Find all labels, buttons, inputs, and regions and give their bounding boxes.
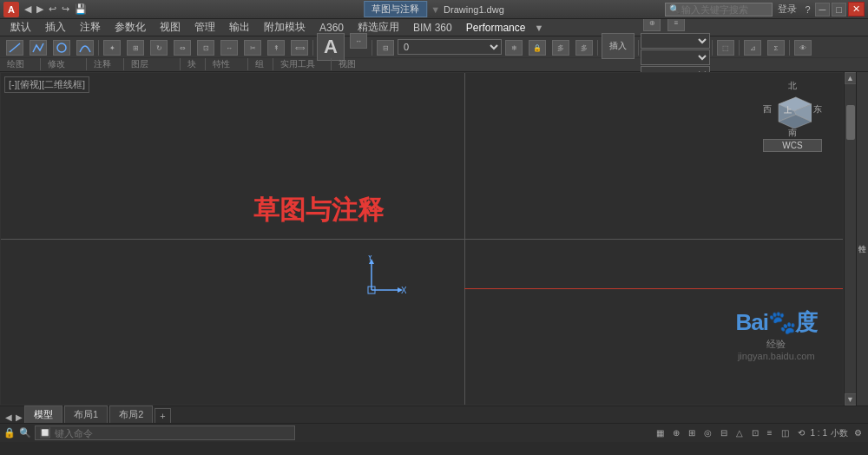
ortho-button[interactable]: ⊞: [686, 427, 698, 439]
wcs-label[interactable]: WCS: [763, 139, 822, 152]
polar-button[interactable]: ◎: [701, 427, 714, 439]
crosshair-horizontal: [1, 239, 843, 240]
scroll-up-button[interactable]: ▲: [845, 72, 857, 84]
scroll-thumb[interactable]: [846, 105, 855, 140]
nav-back-button[interactable]: ◀: [23, 3, 33, 15]
axis-indicator: Y X: [354, 255, 406, 301]
watermark-brand: Bai: [736, 309, 768, 335]
otrack-button[interactable]: △: [733, 427, 746, 439]
minimize-button[interactable]: ─: [815, 3, 831, 16]
menu-performance[interactable]: Performance: [459, 20, 533, 36]
insert-button[interactable]: 插入: [600, 32, 636, 63]
viewcube[interactable]: 北 南 东 西 上 WCS: [763, 80, 822, 152]
polyline-button[interactable]: [27, 39, 49, 56]
tab-bar: ◀ ▶ 模型 布局1 布局2 +: [0, 406, 868, 423]
measure-button[interactable]: ⊿: [741, 39, 764, 56]
menu-output[interactable]: 输出: [222, 18, 257, 36]
transparency-button[interactable]: ◫: [779, 427, 792, 439]
search-box[interactable]: 🔍: [665, 3, 773, 16]
vertical-scrollbar[interactable]: ▲ ▼: [844, 72, 856, 406]
menu-bim360[interactable]: BIM 360: [406, 20, 459, 36]
save-button[interactable]: 💾: [73, 3, 89, 15]
layer-props-button[interactable]: ⊟: [374, 39, 397, 56]
mirror-button[interactable]: ⇔: [171, 39, 194, 56]
circle-button[interactable]: [50, 39, 73, 56]
menu-default[interactable]: 默认: [3, 18, 38, 36]
rotate-button[interactable]: ↻: [148, 39, 170, 56]
layer-freeze-button[interactable]: ❄: [503, 39, 525, 56]
app-logo: A: [3, 2, 19, 17]
group-button[interactable]: ⬚: [714, 39, 737, 56]
lineweight-button[interactable]: ≡: [765, 427, 775, 439]
grid-button[interactable]: ▦: [654, 427, 667, 439]
extend-button[interactable]: ↟: [265, 39, 287, 56]
status-lock-button[interactable]: 🔒: [3, 427, 16, 439]
section-label-props: 特性: [206, 58, 248, 70]
offset-button[interactable]: ⟺: [288, 39, 311, 56]
modify-icons: ✦ ⊞ ↻ ⇔ ⊡ ↔ ✂ ↟ ⟺: [101, 39, 311, 56]
status-search-button[interactable]: 🔍: [19, 427, 31, 439]
menu-expand-button[interactable]: ▼: [534, 23, 543, 33]
restore-button[interactable]: □: [832, 3, 846, 16]
undo-button[interactable]: ↩: [47, 3, 58, 15]
tab-scroll-right[interactable]: ▶: [14, 412, 24, 423]
svg-text:Y: Y: [367, 255, 373, 262]
model-tab[interactable]: 模型: [24, 406, 62, 423]
help-button[interactable]: ?: [802, 3, 812, 16]
stretch-button[interactable]: ↔: [218, 39, 240, 56]
ducs-button[interactable]: ⊡: [749, 427, 761, 439]
quickcalc-button[interactable]: Σ: [765, 39, 787, 56]
layout2-tab[interactable]: 布局2: [109, 406, 153, 423]
scroll-down-button[interactable]: ▼: [845, 393, 857, 406]
arc-button[interactable]: [74, 39, 96, 56]
section-label-group: 组: [248, 58, 273, 70]
utilities-section: ⊿ Σ: [741, 39, 787, 56]
selcycle-button[interactable]: ⟲: [795, 427, 807, 439]
menu-insert[interactable]: 插入: [38, 18, 73, 36]
menu-parametric[interactable]: 参数化: [108, 18, 153, 36]
title-right-controls: 🔍 登录 ? ─ □ ✕: [665, 2, 865, 16]
unit-label: 小数: [831, 427, 848, 439]
properties-section: ⊕ ≡ ByLayer ByLayer ByLa...: [641, 15, 710, 82]
section-label-block: 块: [181, 58, 206, 70]
color-select[interactable]: ByLayer: [641, 33, 710, 49]
scale-button[interactable]: ⊡: [194, 39, 217, 56]
view-button[interactable]: 👁: [792, 39, 814, 56]
command-input[interactable]: [55, 428, 291, 439]
search-input[interactable]: [681, 4, 768, 15]
menu-addons[interactable]: 附加模块: [257, 18, 312, 36]
layer-lock-button[interactable]: 🔒: [526, 39, 549, 56]
toolbar: ✦ ⊞ ↻ ⇔ ⊡ ↔ ✂ ↟ ⟺ A ↔ ⊟ 0: [0, 36, 868, 72]
canvas-area[interactable]: [-][俯视][二维线框] 草图与注释 Y X: [0, 72, 844, 406]
svg-point-1: [57, 43, 66, 52]
trim-button[interactable]: ✂: [241, 39, 264, 56]
menu-annotation[interactable]: 注释: [73, 18, 108, 36]
osnap-button[interactable]: ⊟: [718, 427, 730, 439]
line-button[interactable]: [3, 39, 26, 56]
layer-more2-button[interactable]: 多: [573, 39, 595, 56]
move-button[interactable]: ✦: [101, 39, 123, 56]
linetype-select[interactable]: ByLayer: [641, 49, 710, 65]
menu-view[interactable]: 视图: [153, 18, 187, 36]
menu-manage[interactable]: 管理: [187, 18, 222, 36]
snap-button[interactable]: ⊕: [670, 427, 682, 439]
status-bar: 🔒 🔍 🔲 ▦ ⊕ ⊞ ◎ ⊟ △ ⊡ ≡ ◫ ⟲ 1 : 1 小数 ⚙: [0, 423, 868, 442]
redo-button[interactable]: ↪: [60, 3, 71, 15]
nav-forward-button[interactable]: ▶: [35, 3, 45, 15]
canvas-label: [-][俯视][二维线框]: [4, 76, 89, 93]
config-button[interactable]: ⚙: [852, 427, 865, 439]
canvas-center-text: 草图与注释: [253, 193, 384, 228]
command-input-wrapper[interactable]: 🔲: [35, 425, 295, 440]
layer-more-button[interactable]: 多: [549, 39, 572, 56]
tab-scroll-left[interactable]: ◀: [3, 412, 14, 423]
feature-panel-button[interactable]: 特性: [856, 235, 868, 242]
copy-button[interactable]: ⊞: [124, 39, 147, 56]
layout1-tab[interactable]: 布局1: [64, 406, 108, 423]
svg-text:X: X: [401, 286, 406, 295]
right-feature-panel: 特性: [856, 72, 868, 406]
layer-select[interactable]: 0: [398, 39, 502, 55]
add-tab-button[interactable]: +: [155, 408, 170, 423]
workspace-label: 草图与注释: [364, 1, 427, 17]
close-button[interactable]: ✕: [848, 2, 865, 16]
watermark-sub: 经验: [736, 338, 817, 351]
